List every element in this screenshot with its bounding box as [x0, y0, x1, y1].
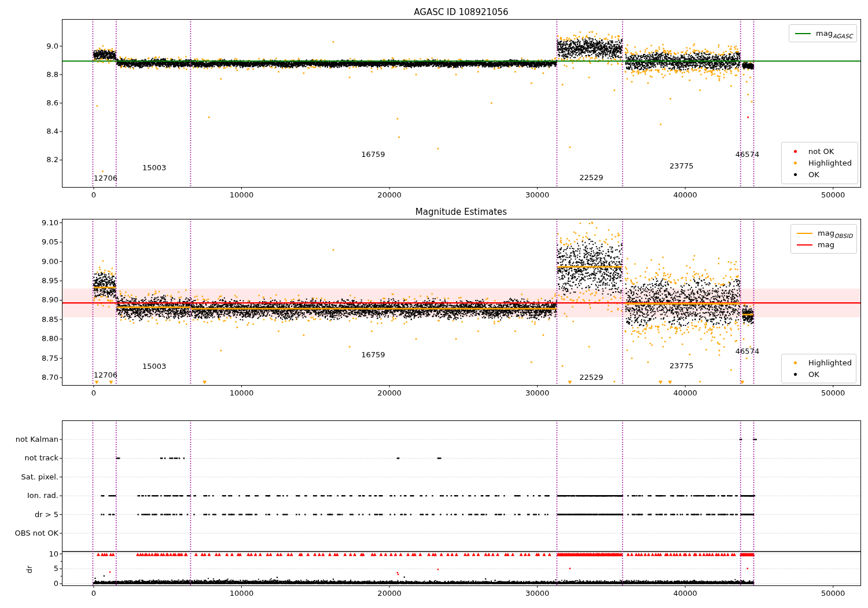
dr-tick-label: 5 [0, 565, 58, 573]
x-tick-label: 20000 [377, 589, 401, 598]
legend-entry: OK [788, 170, 852, 179]
y-tick-label: 8.6 [0, 99, 58, 107]
obsid-label: 16759 [361, 151, 385, 159]
legend-dot-marker [788, 173, 803, 176]
x-tick-label: 40000 [673, 589, 697, 598]
legend-entry: Highlighted [788, 358, 850, 367]
x-tick-label: 10000 [230, 589, 253, 598]
top-chart-title: AGASC ID 108921056 [62, 7, 860, 17]
flag-row-label: OBS not OK [0, 529, 58, 537]
obsid-label: 23775 [670, 162, 693, 170]
legend-entry: OK [788, 370, 850, 379]
obsid-label: 46574 [735, 151, 759, 159]
legend-entry-label: OK [808, 370, 819, 379]
flag-row-label: Ion. rad. [0, 492, 58, 500]
flag-row-label: not track [0, 454, 58, 462]
y-tick-label: 9.0 [0, 42, 58, 50]
legend-entry-label: Highlighted [808, 159, 852, 167]
legend-entry-label: not OK [808, 147, 834, 156]
flag-row-label: dr > 5 [0, 510, 58, 518]
y-tick-label: 8.80 [0, 335, 58, 343]
y-tick-label: 8.90 [0, 296, 58, 304]
x-tick-label: 50000 [821, 191, 845, 199]
dr-tick-label: 10 [0, 550, 58, 558]
legend-entry-label: Highlighted [808, 358, 852, 367]
x-tick-label: 0 [91, 589, 96, 598]
x-tick-label: 40000 [673, 191, 697, 199]
legend-mag-agasc: magAGASC [789, 24, 857, 42]
x-tick-label: 0 [91, 389, 96, 397]
legend-entry: Highlighted [788, 159, 852, 167]
obsid-label: 22529 [579, 373, 603, 382]
legend-entry: not OK [788, 147, 852, 156]
obsid-label: 12706 [94, 371, 117, 379]
legend-dot-marker [788, 373, 803, 376]
obsid-label: 23775 [670, 362, 693, 370]
y-tick-label: 8.2 [0, 156, 58, 164]
x-tick-label: 10000 [230, 191, 253, 199]
y-tick-label: 9.00 [0, 257, 58, 265]
legend-dot-marker [788, 150, 803, 153]
x-tick-label: 30000 [525, 389, 549, 397]
obsid-label: 15003 [142, 164, 166, 172]
flag-row-label: Sat. pixel. [0, 473, 58, 481]
x-tick-label: 40000 [673, 389, 697, 397]
y-tick-label: 8.8 [0, 71, 58, 79]
figure: AGASC ID 108921056 Magnitude Estimates d… [0, 0, 868, 608]
x-tick-label: 30000 [525, 589, 549, 598]
legend-entry: magAGASC [795, 29, 851, 38]
legend-entry-label: magOBSID [818, 229, 852, 237]
legend-line-swatch [795, 33, 811, 34]
y-tick-label: 8.70 [0, 373, 58, 382]
legend-entry-label: magAGASC [816, 29, 852, 38]
x-tick-label: 20000 [377, 191, 401, 199]
plots-canvas [0, 0, 868, 608]
y-tick-label: 9.10 [0, 219, 58, 227]
legend-dot-marker [788, 361, 803, 364]
x-tick-label: 20000 [377, 389, 401, 397]
y-tick-label: 8.4 [0, 127, 58, 135]
y-tick-label: 8.85 [0, 316, 58, 324]
y-tick-label: 8.95 [0, 277, 58, 285]
y-tick-label: 9.05 [0, 238, 58, 246]
legend-line-swatch [797, 233, 812, 234]
obsid-label: 46574 [735, 347, 759, 356]
legend-entry: mag [797, 240, 851, 249]
x-tick-label: 0 [91, 191, 96, 199]
legend-line-swatch [797, 244, 812, 246]
legend-mid-points: HighlightedOK [781, 354, 856, 383]
legend-dot-marker [788, 162, 803, 164]
flag-row-label: not Kalman [0, 435, 58, 444]
legend-mid-lines: magOBSIDmag [790, 224, 857, 254]
dr-tick-label: 0 [0, 580, 58, 588]
legend-entry-label: mag [818, 240, 834, 249]
obsid-label: 16759 [361, 351, 385, 359]
y-tick-label: 8.75 [0, 354, 58, 362]
obsid-label: 15003 [142, 362, 166, 371]
middle-chart-title: Magnitude Estimates [62, 207, 860, 217]
x-tick-label: 10000 [230, 389, 253, 397]
x-tick-label: 30000 [525, 191, 549, 199]
x-tick-label: 50000 [821, 589, 845, 598]
obsid-label: 22529 [579, 174, 603, 182]
legend-top-points: not OKHighlightedOK [781, 142, 858, 184]
legend-entry: magOBSID [797, 229, 851, 237]
x-tick-label: 50000 [821, 389, 845, 397]
obsid-label: 12706 [94, 174, 117, 182]
legend-entry-label: OK [808, 170, 819, 179]
